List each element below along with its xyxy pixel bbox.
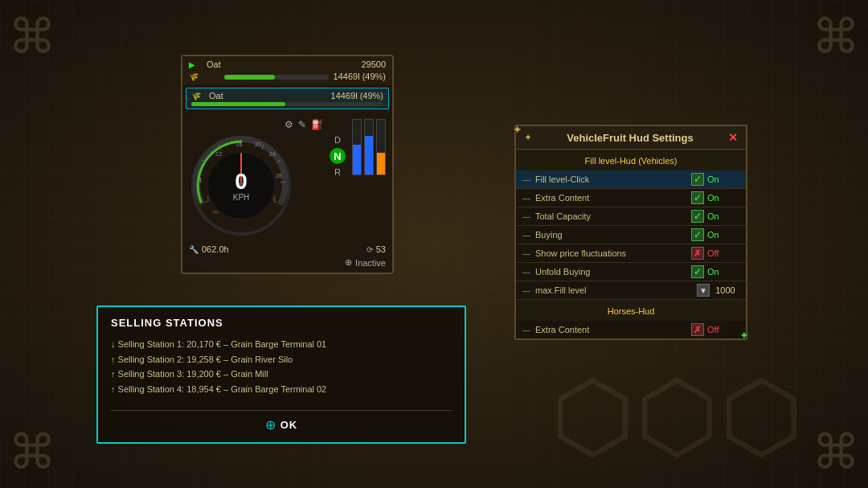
hud-row-price-fluctuations[interactable]: — Show price fluctuations ✗ Off xyxy=(516,244,746,263)
hud-dash-1: — xyxy=(522,175,530,184)
hud-checkbox-unfold-buying[interactable]: ✓ xyxy=(691,265,704,278)
hud-section-vehicles-label: Fill level-Hud (Vehicles) xyxy=(585,156,678,166)
fuel-fill-1 xyxy=(353,145,361,174)
odometer-value: 062.0h xyxy=(202,244,229,254)
hud-row-extra-content[interactable]: — Extra Content ✓ On xyxy=(516,189,746,207)
gear-r: R xyxy=(334,167,341,177)
corner-decoration-tr: ⌘ xyxy=(812,8,860,64)
hud-checkbox-extra-content[interactable]: ✓ xyxy=(691,191,704,204)
selling-item-3: ↑ Selling Station 3: 19,200 € – Grain Mi… xyxy=(111,367,452,382)
wrench-icon: ✎ xyxy=(298,119,306,130)
speedo-left: ⚙ ✎ ⛽ xyxy=(189,119,323,238)
fuel-fill-2 xyxy=(365,136,373,174)
hud-stepper-down[interactable]: ▼ xyxy=(697,284,710,297)
hud-row-unfold-buying[interactable]: — Unfold Buying ✓ On xyxy=(516,263,746,281)
hud-label-unfold-buying: Unfold Buying xyxy=(535,267,691,277)
hud-row-total-capacity[interactable]: — Total Capacity ✓ On xyxy=(516,207,746,226)
fuel-icon: ⛽ xyxy=(311,119,323,130)
oat-label: Oat xyxy=(209,91,326,100)
oat-row: 🌾 Oat 14469l (49%) xyxy=(191,91,383,100)
oat-bar-bg xyxy=(191,102,383,106)
speedometer-area: ⚙ ✎ ⛽ xyxy=(182,113,392,244)
cargo-top-bar-fill xyxy=(224,75,275,80)
fuel-bar-2 xyxy=(364,119,374,175)
speedo-icons: ⚙ ✎ ⛽ xyxy=(189,119,323,130)
corner-decoration-tl: ⌘ xyxy=(8,8,56,64)
hud-value-buying: On xyxy=(707,230,739,240)
hex-decoration: ⬡⬡⬡ xyxy=(551,360,804,472)
hud-settings-header: ✦ VehicleFruit Hud Settings ✕ xyxy=(516,126,746,150)
ok-button[interactable]: OK xyxy=(280,419,298,431)
speed-display: 0 KPH xyxy=(233,170,250,202)
hud-value-fill-level-click: On xyxy=(707,174,739,184)
hud-stepper-max-fill[interactable]: ▼ 1000 xyxy=(697,284,739,297)
hud-value-price-fluctuations: Off xyxy=(707,248,739,258)
hud-label-extra-content: Extra Content xyxy=(535,193,691,203)
hud-section-vehicles: Fill level-Hud (Vehicles) xyxy=(516,150,746,170)
cargo-top-bar-bg xyxy=(224,75,329,80)
hours-icon: ⟳ xyxy=(366,245,373,254)
hud-label-total-capacity: Total Capacity xyxy=(535,211,691,221)
cargo-top-icon-row: 🌾 14469l (49%) xyxy=(189,72,386,81)
hud-dash-7: — xyxy=(522,286,530,295)
hud-value-unfold-buying: On xyxy=(707,267,739,277)
corner-decoration-br: ⌘ xyxy=(812,424,860,480)
hud-dash-5: — xyxy=(522,249,530,258)
svg-text:16: 16 xyxy=(235,141,242,147)
hud-stepper-value: 1000 xyxy=(711,285,739,295)
selling-item-4: ↑ Selling Station 4: 18,954 € – Grain Ba… xyxy=(111,382,452,397)
hud-row-fill-level-click[interactable]: — Fill level-Click ✓ On xyxy=(516,170,746,189)
hud-corner-tl: ✦ xyxy=(513,123,522,136)
svg-text:24: 24 xyxy=(269,151,276,157)
hud-checkbox-price-fluctuations[interactable]: ✗ xyxy=(691,247,704,260)
gear-d: D xyxy=(334,135,341,145)
fuel-bar-3 xyxy=(376,119,386,175)
hud-checkbox-horse-extra-content[interactable]: ✗ xyxy=(691,323,704,336)
odometer-icon: 🔧 xyxy=(189,245,199,254)
hud-label-price-fluctuations: Show price fluctuations xyxy=(535,248,691,258)
hud-section-horses: Horses-Hud xyxy=(516,300,746,321)
selling-separator xyxy=(111,410,452,411)
hud-row-horse-extra-content[interactable]: — Extra Content ✗ Off xyxy=(516,321,746,338)
ok-icon: ⊕ xyxy=(265,417,276,433)
config-icon: ⚙ xyxy=(285,119,293,130)
hud-corner-br: ✦ xyxy=(739,329,749,342)
hud-row-max-fill[interactable]: — max.Fill level ▼ 1000 xyxy=(516,281,746,300)
hud-checkbox-fill-level-click[interactable]: ✓ xyxy=(691,173,704,186)
inactive-icon: ⊕ xyxy=(345,257,352,268)
hud-value-horse-extra-content: Off xyxy=(707,325,739,334)
svg-text:4: 4 xyxy=(199,177,202,182)
svg-line-9 xyxy=(205,200,209,203)
fuel-bars xyxy=(352,119,386,175)
gear-n-active: N xyxy=(330,148,346,164)
svg-text:28: 28 xyxy=(276,173,282,178)
selling-item-2: ↑ Selling Station 2: 19,258 € – Grain Ri… xyxy=(111,352,452,367)
vehicle-hud-panel: ▶ Oat 29500 🌾 14469l (49%) 🌾 Oat 14469l … xyxy=(181,55,394,274)
hud-settings-icon: ✦ xyxy=(524,132,532,143)
hud-section-horses-label: Horses-Hud xyxy=(608,306,655,316)
cargo-top-fill: 14469l (49%) xyxy=(334,72,386,81)
selling-item-1: ↓ Selling Station 1: 20,170 € – Grain Ba… xyxy=(111,337,452,352)
oat-icon-top: 🌾 xyxy=(189,72,202,81)
hud-checkbox-buying[interactable]: ✓ xyxy=(691,228,704,241)
oat-amount: 14469l (49%) xyxy=(331,91,383,100)
hud-label-horse-extra-content: Extra Content xyxy=(535,325,691,334)
fuel-bar-1 xyxy=(352,119,362,175)
hud-label-buying: Buying xyxy=(535,230,691,240)
hud-dash-3: — xyxy=(522,212,530,221)
selling-stations-panel: SELLING STATIONS ↓ Selling Station 1: 20… xyxy=(96,306,466,444)
hud-value-extra-content: On xyxy=(707,193,739,203)
gear-column: D N R xyxy=(330,119,346,177)
svg-text:12: 12 xyxy=(215,151,222,157)
oat-icon: 🌾 xyxy=(191,92,204,100)
oat-section: 🌾 Oat 14469l (49%) xyxy=(186,88,389,109)
hud-close-button[interactable]: ✕ xyxy=(728,131,738,144)
speedometer-gauge: 8 4 12 16 20 24 28 32 RPM xyxy=(189,133,293,238)
hud-checkbox-total-capacity[interactable]: ✓ xyxy=(691,210,704,223)
hours-display: ⟳ 53 xyxy=(366,244,386,254)
selling-ok-row[interactable]: ⊕ OK xyxy=(111,417,452,433)
hours-value: 53 xyxy=(376,244,386,254)
speed-unit: KPH xyxy=(233,193,250,202)
hud-row-buying[interactable]: — Buying ✓ On xyxy=(516,226,746,244)
svg-text:20: 20 xyxy=(255,141,261,147)
